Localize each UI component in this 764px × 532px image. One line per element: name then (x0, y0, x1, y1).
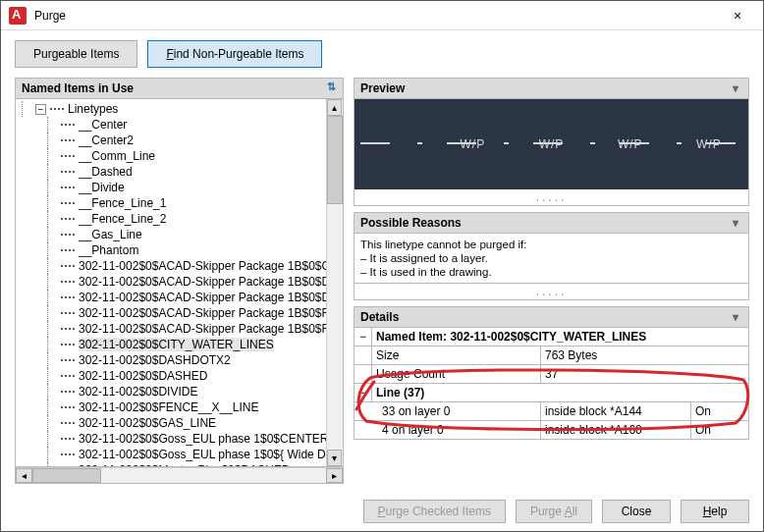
collapse-icon[interactable]: − (35, 104, 46, 115)
tree-item[interactable]: __Phantom (59, 242, 325, 258)
scroll-down-icon[interactable]: ▾ (327, 450, 342, 466)
collapse-icon[interactable]: − (355, 328, 372, 346)
tree-item-label: 302-11-002$0$ACAD-Skipper Package 1B$0$D (79, 291, 330, 304)
tree-item-label: __Dashed (79, 165, 133, 179)
details-header: Details ▾ (354, 306, 749, 328)
tree-item[interactable]: 302-11-002$0$GAS_LINE (59, 415, 325, 431)
tree-item[interactable]: __Gas_Line (59, 227, 325, 242)
chevron-down-icon[interactable]: ▾ (729, 310, 742, 324)
tree-item[interactable]: __Fence_Line_2 (59, 211, 325, 227)
window-title: Purge (34, 9, 716, 23)
tree-item[interactable]: 302-11-002$0$ACAD-Skipper Package 1B$0$F (59, 321, 325, 337)
possible-reasons-header: Possible Reasons ▾ (354, 212, 749, 234)
close-icon[interactable]: × (716, 2, 759, 29)
tree-item-label: 302-11-002$0$DASHED (79, 369, 207, 383)
resize-grip-icon[interactable]: ..... (354, 284, 749, 300)
mode-tabs: Purgeable Items Find Non-Purgeable Items (1, 30, 763, 74)
linetype-icon (61, 293, 75, 301)
linetype-icon (61, 168, 75, 176)
preview-header: Preview ▾ (354, 78, 749, 99)
hscroll-thumb[interactable] (32, 468, 101, 483)
linetype-icon (61, 325, 75, 333)
linetype-icon (61, 451, 75, 458)
tab-find-non-purgeable[interactable]: Find Non-Purgeable Items (147, 40, 322, 68)
vscroll-thumb[interactable] (327, 116, 343, 204)
tree-item[interactable]: __Dashed (59, 164, 325, 180)
tree-item[interactable]: 302-11-002$0$DASHED (59, 368, 325, 384)
tree-item[interactable]: 302-11-002$0$ACAD-Skipper Package 1B$0$F (59, 305, 325, 321)
tab-purgeable-items[interactable]: Purgeable Items (15, 40, 137, 68)
tree-item[interactable]: __Fence_Line_1 (59, 195, 325, 211)
tree-item[interactable]: 302-11-002$0$ACAD-Skipper Package 1B$0$C (59, 258, 325, 274)
tree-item[interactable]: __Comm_Line (59, 148, 325, 164)
tree-item-label: __Phantom (79, 243, 138, 257)
tree-root-linetypes[interactable]: − Linetypes (33, 101, 325, 117)
linetype-icon (50, 105, 64, 113)
chevron-down-icon[interactable]: ▾ (729, 81, 742, 95)
details-line-group[interactable]: − Line (37) (355, 384, 748, 402)
linetype-icon (61, 136, 75, 144)
possible-reasons-text: This linetype cannot be purged if:– It i… (354, 234, 749, 284)
tree-item-label: __Divide (79, 181, 125, 194)
tree-item[interactable]: 302-11-002$0$Master Plan$0$DASHED (59, 462, 325, 467)
tree-vscroll[interactable]: ▴ ▾ (326, 99, 343, 466)
tree-item-label: 302-11-002$0$DASHDOTX2 (79, 353, 231, 367)
tree-item[interactable]: __Divide (59, 180, 325, 195)
tree-item-label: 302-11-002$0$ACAD-Skipper Package 1B$0$C (79, 259, 330, 273)
tree-item-label: __Gas_Line (79, 228, 142, 241)
named-items-tree[interactable]: − Linetypes __Center__Center2__Comm_Line… (15, 99, 344, 467)
linetype-icon (61, 372, 75, 380)
tree-item-label: __Center (79, 118, 127, 132)
scroll-left-icon[interactable]: ◂ (16, 468, 32, 483)
tree-item[interactable]: 302-11-002$0$ACAD-Skipper Package 1B$0$D (59, 274, 325, 290)
details-line-row[interactable]: 4 on layer 0 inside block *A160 On (355, 421, 748, 439)
tree-item[interactable]: 302-11-002$0$Goss_EUL phase 1$0${ Wide D… (59, 447, 325, 462)
linetype-icon (61, 121, 75, 129)
linetype-icon (61, 341, 75, 348)
tree-item-label: 302-11-002$0$ACAD-Skipper Package 1B$0$D (79, 275, 330, 289)
purge-all-button: Purge All (516, 500, 592, 523)
linetype-icon (61, 435, 75, 443)
named-items-header: Named Items in Use ⇅ (15, 78, 344, 99)
details-grid: − Named Item: 302-11-002$0$CITY_WATER_LI… (354, 328, 749, 440)
tree-hscroll[interactable]: ◂ ▸ (15, 467, 344, 484)
tree-item-label: 302-11-002$0$Goss_EUL phase 1$0$CENTER (79, 432, 328, 446)
chevron-down-icon[interactable]: ▾ (729, 216, 742, 230)
linetype-icon (61, 246, 75, 254)
close-button[interactable]: Close (602, 500, 671, 523)
dialog-footer: Purge Checked Items Purge All Close Help (1, 492, 763, 531)
tree-item[interactable]: __Center2 (59, 133, 325, 148)
tree-item-label: 302-11-002$0$DIVIDE (79, 385, 197, 399)
linetype-icon (61, 152, 75, 160)
tree-item[interactable]: 302-11-002$0$DASHDOTX2 (59, 352, 325, 368)
tree-item-label: 302-11-002$0$Master Plan$0$DASHED (79, 463, 290, 467)
tree-item-label: __Comm_Line (79, 149, 155, 163)
sort-icon[interactable]: ⇅ (323, 80, 339, 96)
scroll-right-icon[interactable]: ▸ (326, 468, 343, 483)
details-meta-row: Usage Count 37 (355, 365, 748, 384)
scroll-up-icon[interactable]: ▴ (327, 99, 342, 116)
linetype-icon (61, 466, 75, 467)
tree-item[interactable]: __Center (59, 117, 325, 133)
linetype-icon (61, 278, 75, 286)
help-button[interactable]: Help (681, 500, 749, 523)
linetype-icon (61, 419, 75, 427)
linetype-icon (61, 262, 75, 270)
linetype-preview: W/PW/PW/PW/P (354, 99, 749, 189)
tree-item[interactable]: 302-11-002$0$CITY_WATER_LINES (59, 337, 325, 352)
tree-item[interactable]: 302-11-002$0$Goss_EUL phase 1$0$CENTER (59, 431, 325, 447)
linetype-icon (61, 184, 75, 191)
tree-item-label: 302-11-002$0$ACAD-Skipper Package 1B$0$F (79, 306, 329, 320)
linetype-icon (61, 356, 75, 364)
tree-item[interactable]: 302-11-002$0$FENCE__X__LINE (59, 399, 325, 415)
details-named-item-row: − Named Item: 302-11-002$0$CITY_WATER_LI… (355, 328, 748, 346)
tree-item-label: __Fence_Line_1 (79, 196, 166, 210)
tree-item[interactable]: 302-11-002$0$ACAD-Skipper Package 1B$0$D (59, 290, 325, 305)
collapse-icon[interactable]: − (355, 384, 372, 401)
details-meta-row: Size 763 Bytes (355, 346, 748, 365)
resize-grip-icon[interactable]: ..... (354, 189, 749, 206)
tree-item[interactable]: 302-11-002$0$DIVIDE (59, 384, 325, 399)
linetype-icon (61, 231, 75, 239)
tree-item-label: 302-11-002$0$FENCE__X__LINE (79, 400, 258, 414)
details-line-row[interactable]: 33 on layer 0 inside block *A144 On (355, 402, 748, 421)
